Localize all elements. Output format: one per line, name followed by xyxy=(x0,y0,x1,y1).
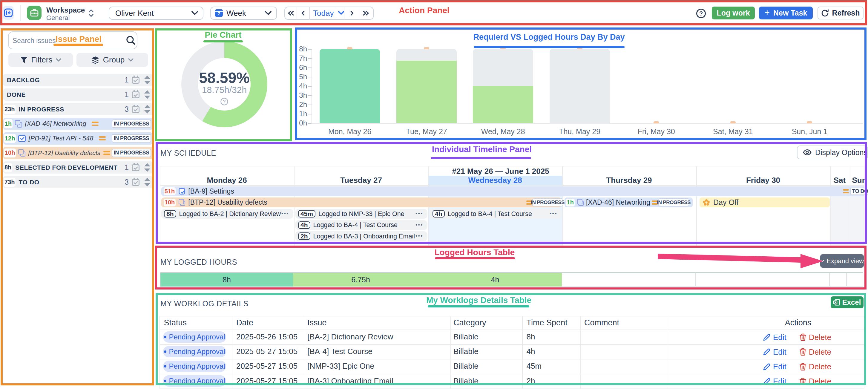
svg-text:?: ? xyxy=(699,10,703,17)
svg-text:?: ? xyxy=(223,99,226,104)
svg-text:X: X xyxy=(834,301,837,304)
